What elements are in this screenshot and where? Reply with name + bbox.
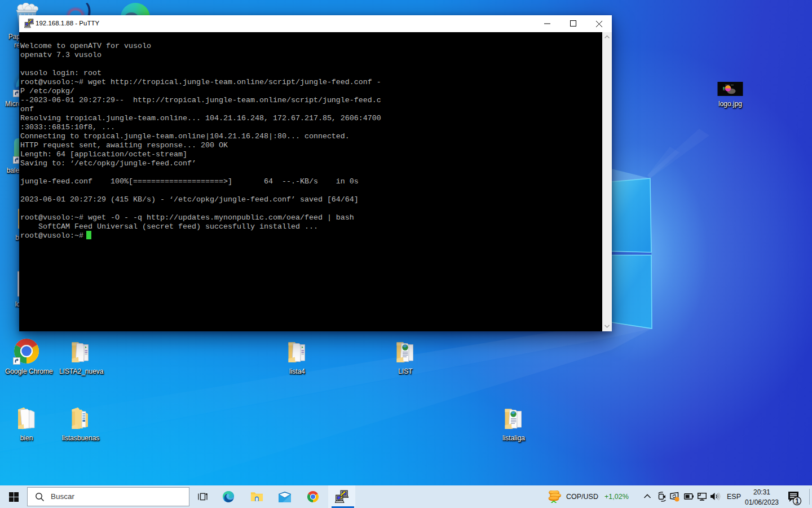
svg-text:1: 1 <box>795 497 799 505</box>
